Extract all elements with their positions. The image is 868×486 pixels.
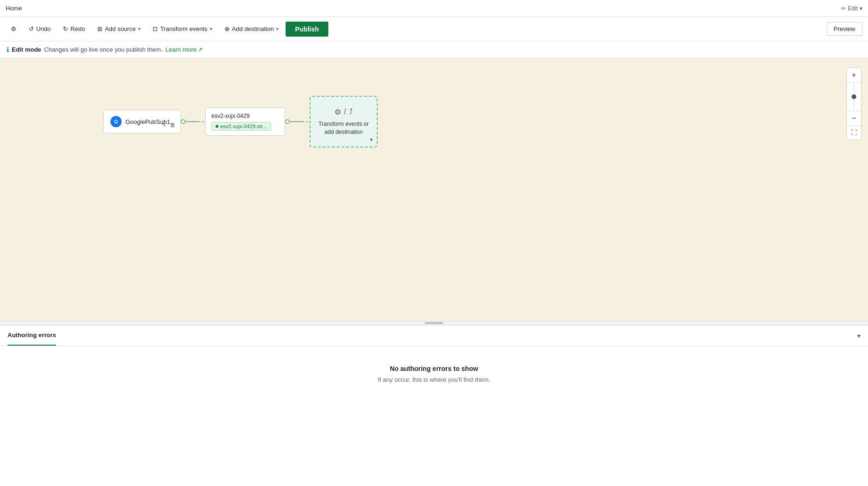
destination-icons: ⚙ / ⤴ <box>334 108 352 116</box>
destination-arrow-icon: ⤴ <box>349 108 353 116</box>
add-source-label: Add source <box>105 25 136 32</box>
errors-toggle-icon: ▾ <box>857 332 860 339</box>
transform-events-button[interactable]: ⊡ Transform events ▾ <box>147 22 217 36</box>
redo-label: Redo <box>70 25 85 32</box>
settings-button[interactable]: ⚙ <box>6 22 22 36</box>
preview-label: Preview <box>834 25 855 32</box>
external-link-icon: ↗ <box>198 46 203 53</box>
undo-button[interactable]: ↺ Undo <box>23 22 56 36</box>
add-source-icon: ⊞ <box>97 25 102 32</box>
title-bar: Home ✏ Edit ▾ <box>0 0 868 17</box>
publish-button[interactable]: Publish <box>286 22 328 37</box>
destination-text: Transform events or add destination <box>310 120 377 136</box>
drag-pill <box>425 322 443 324</box>
transform-caret-icon: ▾ <box>210 26 212 31</box>
resize-handle[interactable] <box>0 321 868 325</box>
toolbar-right: Preview <box>827 22 862 36</box>
arrow-icon-2: → <box>304 118 310 125</box>
connector-line-2 <box>290 121 304 122</box>
errors-empty-title: No authoring errors to show <box>390 365 478 372</box>
add-destination-icon: ⊕ <box>225 25 230 32</box>
info-message: Changes will go live once you publish th… <box>44 46 163 53</box>
errors-panel-title: Authoring errors <box>8 332 56 339</box>
destination-caret-icon: ▾ <box>370 137 373 143</box>
delete-trash-icon: 🗑 <box>170 122 176 128</box>
event-tag-text: esv2-xujx-0429-str... <box>220 123 267 129</box>
toolbar-left: ⚙ ↺ Undo ↻ Redo ⊞ Add source ▾ ⊡ Transfo… <box>6 22 328 37</box>
toolbar: ⚙ ↺ Undo ↻ Redo ⊞ Add source ▾ ⊡ Transfo… <box>0 17 868 41</box>
learn-link-text: Learn more <box>165 46 196 53</box>
edit-pencil-icon: ✎ <box>162 122 166 128</box>
settings-icon: ⚙ <box>11 25 16 32</box>
canvas: G GooglePubSub1 ✎ 🗑 → esv2-xujx-0429 <box>0 58 868 321</box>
connector-dot-2 <box>285 119 290 124</box>
info-bar: ℹ Edit mode Changes will go live once yo… <box>0 41 868 58</box>
undo-label: Undo <box>36 25 51 32</box>
zoom-slider[interactable] <box>847 83 861 111</box>
connector-1: → <box>181 118 205 125</box>
destination-separator: / <box>344 108 346 116</box>
edit-button[interactable]: ✏ Edit ▾ <box>841 5 862 12</box>
fit-view-button[interactable]: ⛶ <box>847 125 861 139</box>
errors-toggle-button[interactable]: ▾ <box>857 332 860 339</box>
zoom-indicator <box>852 94 856 99</box>
zoom-controls: + − ⛶ <box>846 68 861 140</box>
source-delete-button[interactable]: 🗑 <box>169 121 177 129</box>
errors-header: Authoring errors ▾ <box>0 325 868 346</box>
add-source-caret-icon: ▾ <box>138 26 140 31</box>
edit-label: Edit <box>848 5 858 12</box>
zoom-plus-icon: + <box>852 71 856 79</box>
learn-more-link[interactable]: Learn more ↗ <box>165 46 202 53</box>
fit-icon: ⛶ <box>851 129 857 136</box>
errors-panel: Authoring errors ▾ No authoring errors t… <box>0 325 868 402</box>
add-destination-button[interactable]: ⊕ Add destination ▾ <box>219 22 284 36</box>
source-edit-button[interactable]: ✎ <box>161 121 167 129</box>
transform-gear-icon: ⚙ <box>334 108 341 116</box>
publish-label: Publish <box>295 25 319 33</box>
transform-events-label: Transform events <box>160 25 208 32</box>
event-node-tag: esv2-xujx-0429-str... <box>211 122 271 131</box>
redo-button[interactable]: ↻ Redo <box>58 22 90 36</box>
transform-icon: ⊡ <box>153 25 158 32</box>
zoom-in-button[interactable]: + <box>847 68 861 82</box>
edit-caret-icon: ▾ <box>860 5 862 12</box>
zoom-minus-icon: − <box>852 114 856 123</box>
pencil-icon: ✏ <box>841 5 846 12</box>
source-node[interactable]: G GooglePubSub1 ✎ 🗑 <box>103 110 181 133</box>
info-icon: ℹ <box>7 46 9 54</box>
arrow-icon-1: → <box>200 118 205 125</box>
edit-mode-label: Edit mode <box>12 46 41 53</box>
source-node-actions: ✎ 🗑 <box>161 121 177 129</box>
destination-node[interactable]: ⚙ / ⤴ Transform events or add destinatio… <box>310 96 378 147</box>
connector-dot-1 <box>181 119 186 124</box>
connector-line-1 <box>186 121 200 122</box>
add-destination-label: Add destination <box>232 25 274 32</box>
redo-icon: ↻ <box>63 25 68 32</box>
title-bar-left: Home <box>6 5 22 12</box>
google-pubsub-icon: G <box>110 116 122 127</box>
home-title: Home <box>6 5 22 12</box>
title-bar-right: ✏ Edit ▾ <box>841 5 862 12</box>
add-destination-caret-icon: ▾ <box>276 26 279 31</box>
errors-body: No authoring errors to show If any occur… <box>0 346 868 402</box>
add-source-button[interactable]: ⊞ Add source ▾ <box>92 22 146 36</box>
preview-button[interactable]: Preview <box>827 22 862 36</box>
event-node[interactable]: esv2-xujx-0429 esv2-xujx-0429-str... <box>205 108 285 136</box>
tag-dot-icon <box>216 125 218 128</box>
connector-2: → <box>285 118 310 125</box>
errors-empty-subtitle: If any occur, this is where you'll find … <box>378 376 490 383</box>
flow-area: G GooglePubSub1 ✎ 🗑 → esv2-xujx-0429 <box>103 96 378 147</box>
zoom-out-button[interactable]: − <box>847 111 861 125</box>
undo-icon: ↺ <box>29 25 34 32</box>
event-node-title: esv2-xujx-0429 <box>211 113 279 119</box>
